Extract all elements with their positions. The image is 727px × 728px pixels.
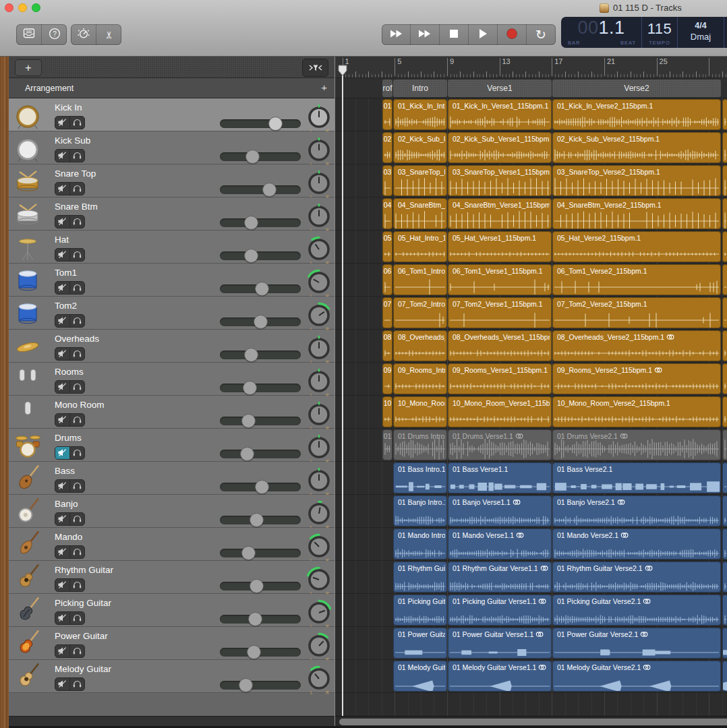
- volume-slider[interactable]: [220, 218, 301, 227]
- input-monitor-button[interactable]: [69, 513, 84, 525]
- region[interactable]: 01 Banjo Verse2.1: [552, 495, 721, 526]
- region-clipped[interactable]: [722, 264, 727, 295]
- volume-slider-handle[interactable]: [244, 216, 258, 230]
- bar-ruler[interactable]: 15913172125: [335, 57, 727, 78]
- input-monitor-button[interactable]: [69, 117, 84, 129]
- add-arrangement-marker-button[interactable]: +: [321, 82, 327, 93]
- region[interactable]: 05: [382, 231, 392, 262]
- input-monitor-button[interactable]: [69, 216, 84, 228]
- region-clipped[interactable]: [722, 132, 727, 163]
- input-monitor-button[interactable]: [69, 381, 84, 393]
- volume-slider-handle[interactable]: [250, 513, 264, 527]
- mute-button[interactable]: [55, 348, 69, 360]
- region-clipped[interactable]: [722, 198, 727, 229]
- forward-button[interactable]: [411, 24, 440, 45]
- arrangement-header-row[interactable]: Arrangement +: [9, 78, 335, 98]
- playhead-handle[interactable]: [338, 65, 347, 76]
- cycle-button[interactable]: ↻: [527, 24, 555, 45]
- arrangement-marker-verse2[interactable]: Verse2: [552, 80, 721, 97]
- region[interactable]: 01 Rhythm Guit: [393, 562, 447, 593]
- volume-slider-handle[interactable]: [254, 315, 268, 329]
- region[interactable]: 01 Banjo Verse1.1: [448, 495, 552, 526]
- region[interactable]: 09_Rooms_Intr: [393, 363, 447, 394]
- volume-slider[interactable]: [220, 185, 301, 194]
- track-header-drums[interactable]: DrumsLR: [9, 429, 335, 462]
- region[interactable]: 01: [382, 429, 392, 460]
- volume-slider-handle[interactable]: [240, 447, 254, 461]
- region[interactable]: 01 Melody Guit: [393, 661, 447, 692]
- volume-slider[interactable]: [220, 119, 301, 128]
- track-header-rooms[interactable]: RoomsLR: [9, 363, 335, 396]
- region[interactable]: 03_SnareTop_Verse1_115bpm.1: [448, 165, 552, 196]
- region[interactable]: 03: [382, 165, 392, 196]
- pan-knob[interactable]: LR: [305, 664, 333, 699]
- volume-slider[interactable]: [220, 417, 301, 425]
- region[interactable]: 02_Kick_Sub_In: [393, 132, 447, 163]
- region[interactable]: 05_Hat_Intro_11: [393, 231, 447, 262]
- track-header-bass[interactable]: BassLR: [9, 462, 335, 495]
- region[interactable]: 01 Banjo Intro.1: [393, 495, 447, 526]
- input-monitor-button[interactable]: [69, 480, 84, 492]
- volume-slider-handle[interactable]: [247, 645, 261, 659]
- region[interactable]: 01 Bass Verse1.1: [448, 462, 552, 493]
- region[interactable]: 01 Melody Guitar Verse2.1: [552, 661, 721, 692]
- volume-slider-handle[interactable]: [255, 282, 269, 296]
- region[interactable]: 01 Drums Verse2.1: [552, 429, 721, 460]
- region[interactable]: 05_Hat_Verse1_115bpm.1: [448, 231, 552, 262]
- region[interactable]: 01: [382, 99, 392, 130]
- input-monitor-button[interactable]: [69, 183, 84, 195]
- region[interactable]: 01 Mando Verse1.1: [448, 528, 552, 559]
- input-monitor-button[interactable]: [69, 678, 84, 690]
- lcd-signature-cell[interactable]: 4/4 Dmaj: [678, 17, 724, 48]
- region[interactable]: 01 Bass Intro.1: [393, 462, 447, 493]
- region[interactable]: 06_Tom1_Verse2_115bpm.1: [552, 264, 721, 295]
- volume-slider-handle[interactable]: [241, 414, 256, 428]
- zoom-button[interactable]: [32, 3, 40, 12]
- region[interactable]: 06_Tom1_Verse1_115bpm.1: [448, 264, 552, 295]
- volume-slider[interactable]: [220, 681, 301, 690]
- volume-slider-handle[interactable]: [248, 612, 262, 626]
- track-header-melody-guitar[interactable]: Melody GuitarLR: [9, 660, 335, 693]
- mute-button[interactable]: [55, 150, 69, 162]
- region-clipped[interactable]: [722, 165, 727, 196]
- region[interactable]: 04_SnareBtm_Verse2_115bpm.1: [552, 198, 721, 229]
- arrangement-marker-rof[interactable]: rof: [382, 80, 392, 97]
- track-header-kick-sub[interactable]: Kick SubLR: [9, 131, 335, 164]
- mute-button[interactable]: [55, 117, 69, 129]
- region-clipped[interactable]: [722, 628, 727, 659]
- region[interactable]: 01_Kick_In_Verse2_115bpm.1: [552, 99, 721, 130]
- track-header-mando[interactable]: MandoLR: [9, 528, 335, 561]
- horizontal-scrollbar[interactable]: [339, 719, 727, 725]
- track-header-mono-room[interactable]: Mono RoomLR: [9, 396, 335, 429]
- stop-button[interactable]: [440, 24, 469, 45]
- quick-help-button[interactable]: ?: [42, 24, 67, 45]
- mute-button[interactable]: [55, 447, 69, 459]
- region-clipped[interactable]: [722, 363, 727, 394]
- volume-slider-handle[interactable]: [244, 348, 258, 362]
- region[interactable]: 10: [382, 396, 392, 427]
- minimize-button[interactable]: [18, 3, 27, 12]
- region-clipped[interactable]: [722, 495, 727, 526]
- mute-button[interactable]: [55, 282, 69, 294]
- mute-button[interactable]: [55, 513, 69, 525]
- volume-slider-handle[interactable]: [245, 150, 260, 164]
- region[interactable]: 08_Overheads_Verse2_115bpm.1: [552, 330, 721, 361]
- arrangement-marker-intro[interactable]: Intro: [393, 80, 447, 97]
- track-header-tom1[interactable]: Tom1LR: [9, 264, 335, 297]
- region-clipped[interactable]: [722, 330, 727, 361]
- mute-button[interactable]: [55, 381, 69, 393]
- region[interactable]: 05_Hat_Verse2_115bpm.1: [552, 231, 721, 262]
- volume-slider-handle[interactable]: [239, 678, 253, 692]
- lcd-display[interactable]: 001.1 BAR BEAT 115 TEMPO 4/4 Dmaj: [561, 17, 727, 48]
- record-button[interactable]: [498, 24, 527, 45]
- region[interactable]: 07: [382, 297, 392, 328]
- volume-slider-handle[interactable]: [262, 183, 277, 197]
- mute-button[interactable]: [55, 249, 69, 261]
- mute-button[interactable]: [55, 315, 69, 327]
- mute-button[interactable]: [55, 183, 69, 195]
- region-clipped[interactable]: [722, 231, 727, 262]
- region-clipped[interactable]: [722, 429, 727, 460]
- region[interactable]: 10_Mono_Room_Verse2_115bpm.1: [552, 396, 721, 427]
- volume-slider-handle[interactable]: [241, 546, 256, 560]
- input-monitor-button[interactable]: [69, 645, 84, 657]
